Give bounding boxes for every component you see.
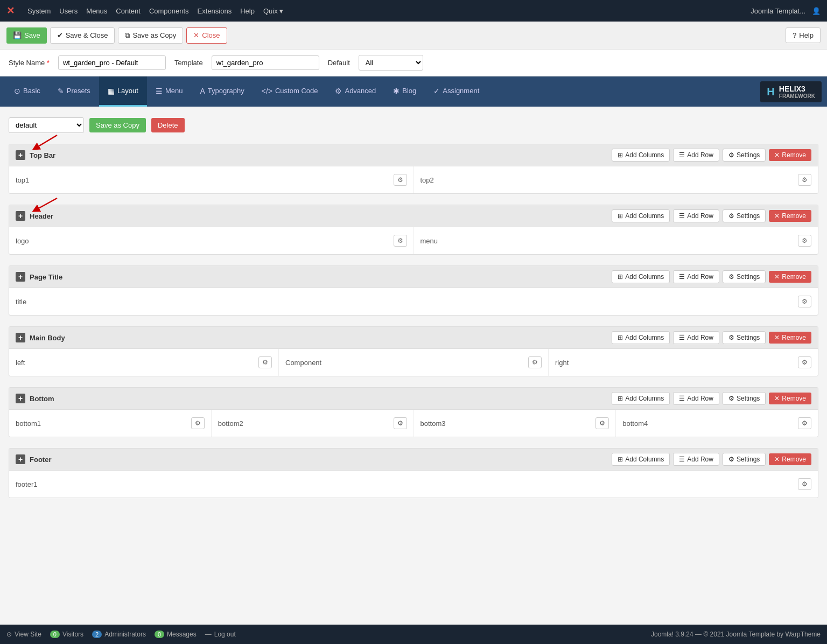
footer-plus-icon[interactable]: + bbox=[16, 454, 25, 464]
basic-icon: ⊙ bbox=[14, 87, 20, 95]
bottom1-gear-button[interactable]: ⚙ bbox=[191, 417, 205, 429]
footer1-label: footer1 bbox=[16, 480, 37, 488]
component-gear-button[interactable]: ⚙ bbox=[528, 356, 542, 368]
top1-gear-button[interactable]: ⚙ bbox=[394, 174, 407, 186]
footer-add-row[interactable]: ☰ Add Row bbox=[673, 453, 719, 466]
header-remove[interactable]: ✕ Remove bbox=[769, 210, 811, 222]
header-settings-icon: ⚙ bbox=[728, 212, 734, 220]
header-plus-icon[interactable]: + bbox=[16, 211, 25, 221]
title-gear-button[interactable]: ⚙ bbox=[798, 296, 811, 307]
header-col-menu: menu ⚙ bbox=[414, 227, 818, 254]
tab-presets[interactable]: ✎ Presets bbox=[49, 76, 99, 107]
tab-custom-code[interactable]: </> Custom Code bbox=[253, 76, 327, 107]
nav-extensions[interactable]: Extensions bbox=[198, 7, 232, 15]
page-title-settings[interactable]: ⚙ Settings bbox=[723, 270, 766, 283]
nav-components[interactable]: Components bbox=[149, 7, 189, 15]
page-title-col: title ⚙ bbox=[9, 288, 818, 315]
footer1-gear-button[interactable]: ⚙ bbox=[798, 478, 811, 490]
help-button[interactable]: ? Help bbox=[786, 27, 821, 43]
template-label: Template bbox=[174, 59, 203, 67]
tab-layout[interactable]: ▦ Layout bbox=[99, 76, 147, 107]
help-icon: ? bbox=[793, 31, 796, 39]
main-body-section: + Main Body ⊞ Add Columns ☰ Add Row ⚙ Se… bbox=[9, 326, 818, 376]
toolbar-left: 💾 Save ✔ Save & Close ⧉ Save as Copy ✕ C… bbox=[6, 27, 227, 44]
nav-system[interactable]: System bbox=[27, 7, 51, 15]
tab-basic[interactable]: ⊙ Basic bbox=[5, 76, 49, 107]
header-settings[interactable]: ⚙ Settings bbox=[723, 209, 766, 222]
left-gear-button[interactable]: ⚙ bbox=[258, 356, 272, 368]
page-title-plus-icon[interactable]: + bbox=[16, 272, 25, 282]
bot-row-icon: ☰ bbox=[679, 395, 685, 402]
bottom2-gear-button[interactable]: ⚙ bbox=[394, 417, 407, 429]
bottom-settings[interactable]: ⚙ Settings bbox=[723, 392, 766, 405]
assignment-icon: ✓ bbox=[433, 87, 440, 95]
main-body-plus-icon[interactable]: + bbox=[16, 333, 25, 342]
top-bar-add-row[interactable]: ☰ Add Row bbox=[673, 149, 719, 162]
close-button[interactable]: ✕ Close bbox=[186, 27, 227, 44]
footer-add-columns[interactable]: ⊞ Add Columns bbox=[612, 453, 670, 466]
nav-menus[interactable]: Menus bbox=[86, 7, 107, 15]
top2-gear-button[interactable]: ⚙ bbox=[798, 174, 811, 186]
visitors-item[interactable]: 0 Visitors bbox=[50, 631, 83, 638]
page-title-header: + Page Title ⊞ Add Columns ☰ Add Row ⚙ S… bbox=[9, 266, 818, 288]
style-name-input[interactable] bbox=[58, 55, 166, 70]
bottom-add-row[interactable]: ☰ Add Row bbox=[673, 392, 719, 405]
main-body-add-row[interactable]: ☰ Add Row bbox=[673, 331, 719, 344]
tab-blog[interactable]: ✱ Blog bbox=[384, 76, 425, 107]
top-bar-add-columns[interactable]: ⊞ Add Columns bbox=[612, 149, 670, 162]
top1-label: top1 bbox=[16, 176, 29, 184]
main-body-add-columns[interactable]: ⊞ Add Columns bbox=[612, 331, 670, 344]
header-add-row[interactable]: ☰ Add Row bbox=[673, 209, 719, 222]
save-button[interactable]: 💾 Save bbox=[6, 27, 47, 44]
bottom-col-4: bottom4 ⚙ bbox=[616, 410, 818, 437]
nav-content[interactable]: Content bbox=[116, 7, 141, 15]
nav-quix[interactable]: Quix ▾ bbox=[263, 7, 283, 15]
footer-remove[interactable]: ✕ Remove bbox=[769, 453, 811, 465]
blog-icon: ✱ bbox=[393, 87, 400, 95]
administrators-item[interactable]: 2 Administrators bbox=[92, 631, 146, 638]
header-actions: ⊞ Add Columns ☰ Add Row ⚙ Settings ✕ Rem… bbox=[612, 209, 811, 222]
top-bar-remove[interactable]: ✕ Remove bbox=[769, 149, 811, 161]
layout-delete-button[interactable]: Delete bbox=[151, 118, 185, 132]
tab-assignment[interactable]: ✓ Assignment bbox=[425, 76, 488, 107]
nav-help[interactable]: Help bbox=[240, 7, 255, 15]
top-bar-plus-icon[interactable]: + bbox=[16, 150, 25, 160]
style-name-label: Style Name * bbox=[9, 59, 50, 67]
view-site-link[interactable]: ⊙ View Site bbox=[6, 631, 41, 638]
footer-actions: ⊞ Add Columns ☰ Add Row ⚙ Settings ✕ Rem… bbox=[612, 453, 811, 466]
menu-gear-button[interactable]: ⚙ bbox=[798, 235, 811, 247]
user-name[interactable]: Joomla Templat... bbox=[751, 7, 805, 15]
user-icon: 👤 bbox=[812, 7, 821, 15]
layout-dropdown[interactable]: default bbox=[9, 117, 84, 133]
arrow-annotation-2 bbox=[30, 197, 62, 214]
top-bar-settings[interactable]: ⚙ Settings bbox=[723, 149, 766, 162]
save-copy-button[interactable]: ⧉ Save as Copy bbox=[118, 27, 183, 44]
bottom4-gear-button[interactable]: ⚙ bbox=[798, 417, 811, 429]
tab-advanced[interactable]: ⚙ Advanced bbox=[326, 76, 384, 107]
footer-settings[interactable]: ⚙ Settings bbox=[723, 453, 766, 466]
logo-gear-button[interactable]: ⚙ bbox=[394, 235, 407, 247]
bottom-add-columns[interactable]: ⊞ Add Columns bbox=[612, 392, 670, 405]
main-body-remove[interactable]: ✕ Remove bbox=[769, 332, 811, 344]
header-add-columns[interactable]: ⊞ Add Columns bbox=[612, 209, 670, 222]
template-input[interactable] bbox=[212, 55, 319, 70]
nav-users[interactable]: Users bbox=[59, 7, 78, 15]
footer-left: ⊙ View Site 0 Visitors 2 Administrators … bbox=[6, 631, 236, 638]
page-title-remove[interactable]: ✕ Remove bbox=[769, 271, 811, 283]
messages-item[interactable]: 0 Messages bbox=[155, 631, 197, 638]
tab-typography[interactable]: A Typography bbox=[191, 76, 253, 107]
default-select[interactable]: All bbox=[359, 55, 423, 71]
page-title-add-columns[interactable]: ⊞ Add Columns bbox=[612, 270, 670, 283]
main-body-settings[interactable]: ⚙ Settings bbox=[723, 331, 766, 344]
layout-save-copy-button[interactable]: Save as Copy bbox=[89, 118, 146, 132]
bottom-remove[interactable]: ✕ Remove bbox=[769, 393, 811, 404]
footer-col-1: footer1 ⚙ bbox=[9, 471, 818, 498]
bottom-plus-icon[interactable]: + bbox=[16, 394, 25, 403]
right-gear-button[interactable]: ⚙ bbox=[798, 356, 811, 368]
save-close-button[interactable]: ✔ Save & Close bbox=[50, 27, 115, 44]
bottom3-gear-button[interactable]: ⚙ bbox=[595, 417, 609, 429]
tab-menu[interactable]: ☰ Menu bbox=[147, 76, 192, 107]
logout-link[interactable]: — Log out bbox=[205, 631, 236, 638]
page-title-add-row[interactable]: ☰ Add Row bbox=[673, 270, 719, 283]
helix-text: HELIX3 FRAMEWORK bbox=[779, 85, 815, 99]
